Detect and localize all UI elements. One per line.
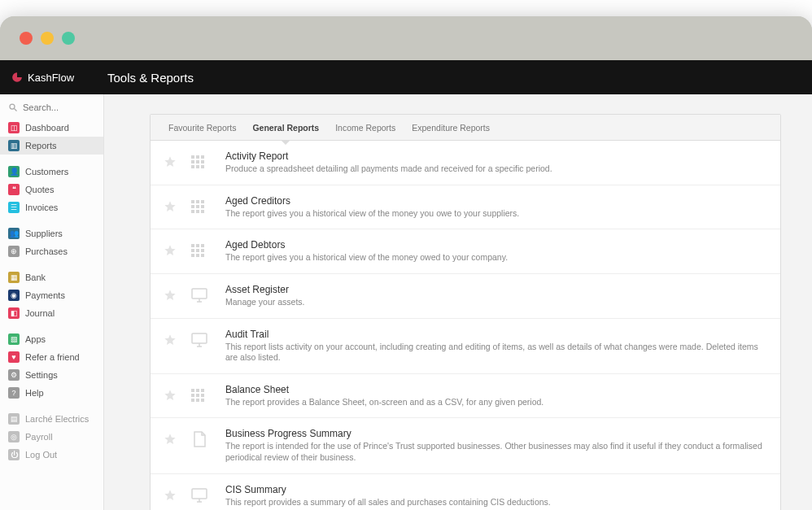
- sidebar-item-dashboard[interactable]: ◫Dashboard: [0, 119, 103, 137]
- report-list: Activity ReportProduce a spreadsheet det…: [151, 141, 780, 510]
- sidebar-item-customers[interactable]: 👤Customers: [0, 163, 103, 181]
- sidebar-item-label: Larché Electrics: [25, 414, 89, 424]
- favourite-star-icon[interactable]: [164, 289, 177, 302]
- report-row[interactable]: Activity ReportProduce a spreadsheet det…: [151, 141, 780, 185]
- report-description: The report provides a Balance Sheet, on-…: [225, 397, 767, 408]
- sidebar-item-invoices[interactable]: ☰Invoices: [0, 198, 103, 216]
- monitor-icon: [188, 286, 211, 305]
- sidebar-item-label: Reports: [25, 141, 57, 150]
- report-row[interactable]: Aged CreditorsThe report gives you a his…: [151, 185, 780, 230]
- sidebar-item-refer-a-friend[interactable]: ♥Refer a friend: [0, 348, 103, 366]
- sidebar-item-label: Purchases: [25, 246, 68, 256]
- payroll-icon: ◎: [8, 431, 20, 442]
- invoice-icon: ☰: [8, 202, 20, 213]
- report-text: Balance SheetThe report provides a Balan…: [225, 384, 767, 408]
- grid-icon: [188, 386, 211, 405]
- report-row[interactable]: Balance SheetThe report provides a Balan…: [151, 374, 780, 419]
- report-description: The report gives you a historical view o…: [225, 208, 767, 220]
- cart-icon: ⊕: [8, 246, 20, 257]
- sidebar-item-bank[interactable]: ▦Bank: [0, 268, 103, 286]
- report-row[interactable]: Aged DebtorsThe report gives you a histo…: [151, 229, 780, 274]
- report-title: Audit Trail: [225, 329, 767, 340]
- report-text: Audit TrailThis report lists activity on…: [225, 329, 767, 364]
- sidebar-item-quotes[interactable]: ❝Quotes: [0, 181, 103, 198]
- report-text: Business Progress SummaryThe report is i…: [225, 428, 767, 463]
- favourite-star-icon[interactable]: [164, 389, 177, 402]
- favourite-star-icon[interactable]: [164, 433, 177, 446]
- report-description: The report gives you a historical view o…: [225, 252, 767, 264]
- sidebar-item-label: Log Out: [25, 450, 57, 460]
- grid-icon: [188, 197, 211, 216]
- sidebar-item-settings[interactable]: ⚙Settings: [0, 366, 103, 384]
- tab-general-reports[interactable]: General Reports: [244, 115, 327, 140]
- sidebar-item-label: Refer a friend: [25, 352, 80, 362]
- minimize-icon[interactable]: [41, 32, 54, 45]
- apps-icon: ▧: [8, 333, 20, 345]
- close-icon[interactable]: [20, 32, 33, 45]
- tab-income-reports[interactable]: Income Reports: [327, 115, 404, 140]
- report-description: Produce a spreadsheet detailing all paym…: [225, 163, 767, 175]
- report-title: Aged Debtors: [225, 239, 767, 251]
- journal-icon: ◧: [8, 307, 20, 319]
- sidebar-item-label: Customers: [25, 167, 68, 177]
- zoom-icon[interactable]: [62, 32, 75, 45]
- chart-icon: ▥: [8, 140, 20, 151]
- sidebar-item-log-out[interactable]: ⏻Log Out: [0, 446, 103, 464]
- window-titlebar: [0, 16, 812, 60]
- search-box[interactable]: [0, 99, 103, 119]
- report-text: Aged DebtorsThe report gives you a histo…: [225, 239, 767, 264]
- sidebar-item-label: Invoices: [25, 203, 58, 212]
- report-description: The report is intended for the use of Pr…: [225, 441, 767, 463]
- sidebar-item-help[interactable]: ?Help: [0, 384, 103, 402]
- sidebar-item-label: Settings: [25, 370, 58, 380]
- report-row[interactable]: Business Progress SummaryThe report is i…: [151, 418, 780, 473]
- grid-icon: [188, 241, 211, 260]
- heart-icon: ♥: [8, 351, 20, 363]
- report-row[interactable]: CIS SummaryThis report provides a summar…: [151, 474, 780, 510]
- bank-icon: ▦: [8, 272, 20, 283]
- reports-panel: Favourite ReportsGeneral ReportsIncome R…: [150, 114, 781, 510]
- report-description: This report provides a summary of all sa…: [225, 497, 767, 508]
- report-title: Business Progress Summary: [225, 428, 767, 439]
- tab-favourite-reports[interactable]: Favourite Reports: [160, 115, 244, 140]
- sidebar-item-label: Bank: [25, 272, 46, 282]
- grid-icon: [188, 152, 211, 172]
- report-text: Aged CreditorsThe report gives you a his…: [225, 195, 767, 220]
- help-icon: ?: [8, 387, 20, 399]
- tab-expenditure-reports[interactable]: Expenditure Reports: [404, 115, 498, 140]
- report-row[interactable]: Asset RegisterManage your assets.: [151, 274, 780, 319]
- dashboard-icon: ◫: [8, 122, 20, 133]
- app-header: KashFlow Tools & Reports: [0, 60, 812, 94]
- favourite-star-icon[interactable]: [164, 155, 177, 168]
- report-title: Asset Register: [225, 284, 767, 295]
- report-title: Balance Sheet: [225, 384, 767, 395]
- sidebar-item-reports[interactable]: ▥Reports: [0, 137, 103, 155]
- report-text: Activity ReportProduce a spreadsheet det…: [225, 150, 767, 175]
- monitor-icon: [188, 330, 211, 350]
- report-tabs: Favourite ReportsGeneral ReportsIncome R…: [151, 115, 780, 141]
- sidebar-item-larch-electrics[interactable]: ▤Larché Electrics: [0, 410, 103, 428]
- sidebar-item-suppliers[interactable]: 👥Suppliers: [0, 224, 103, 242]
- svg-point-0: [10, 104, 15, 109]
- report-description: Manage your assets.: [225, 297, 767, 308]
- quote-icon: ❝: [8, 184, 20, 195]
- sidebar-item-journal[interactable]: ◧Journal: [0, 304, 103, 322]
- search-input[interactable]: [23, 102, 95, 112]
- report-text: Asset RegisterManage your assets.: [225, 284, 767, 308]
- sidebar-item-apps[interactable]: ▧Apps: [0, 330, 103, 348]
- sidebar-item-label: Payroll: [25, 432, 53, 442]
- favourite-star-icon[interactable]: [164, 200, 177, 213]
- sidebar-item-purchases[interactable]: ⊕Purchases: [0, 242, 103, 260]
- report-row[interactable]: Audit TrailThis report lists activity on…: [151, 319, 780, 374]
- brand[interactable]: KashFlow: [11, 72, 101, 84]
- favourite-star-icon[interactable]: [164, 333, 177, 347]
- report-title: CIS Summary: [225, 484, 767, 495]
- favourite-star-icon[interactable]: [164, 489, 177, 502]
- svg-line-1: [15, 109, 17, 111]
- favourite-star-icon[interactable]: [164, 244, 177, 257]
- search-icon: [8, 102, 18, 112]
- brand-logo-icon: [11, 72, 23, 83]
- sidebar-item-payroll[interactable]: ◎Payroll: [0, 428, 103, 446]
- sidebar-item-label: Apps: [25, 334, 46, 344]
- sidebar-item-payments[interactable]: ◉Payments: [0, 286, 103, 304]
